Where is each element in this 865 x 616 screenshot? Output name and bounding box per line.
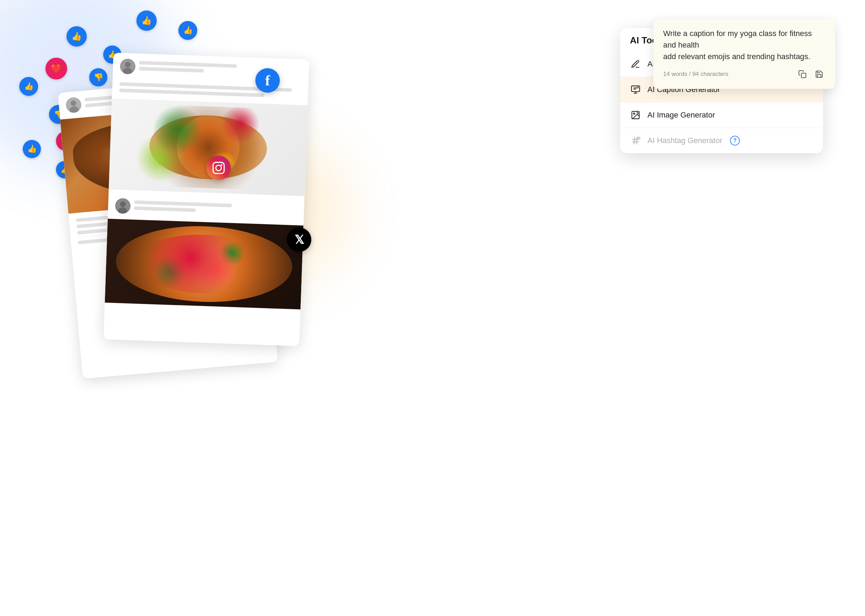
caption-icon xyxy=(630,84,641,95)
reaction-love-1: ❤️ xyxy=(46,58,67,79)
svg-line-22 xyxy=(636,137,637,145)
svg-point-17 xyxy=(633,113,635,115)
hashtag-icon xyxy=(630,135,641,146)
front-2-name xyxy=(134,200,232,207)
social-card-front xyxy=(104,52,309,346)
food-salad-image xyxy=(109,98,308,196)
front-date-line xyxy=(139,67,204,72)
svg-line-21 xyxy=(634,137,634,145)
svg-rect-12 xyxy=(801,73,806,78)
twitter-x-logo: 𝕏 xyxy=(295,233,304,247)
avatar-front-2 xyxy=(115,198,131,214)
caption-meta-row: 14 words / 94 characters xyxy=(663,68,826,80)
front-name-line xyxy=(139,61,237,68)
caption-text: Write a caption for my yoga class for fi… xyxy=(663,28,826,62)
caption-actions xyxy=(796,68,826,80)
save-button[interactable] xyxy=(813,68,826,80)
ai-hashtag-generator-item[interactable]: AI Hashtag Generator ? xyxy=(620,128,823,153)
twitter-x-icon: 𝕏 xyxy=(287,227,311,252)
image-icon xyxy=(630,110,641,121)
svg-point-11 xyxy=(221,164,223,166)
main-scene: 👍 👍 👍 👍 👎 👎 ❤️ ❤️ ❤️ 👍 👍 👍 👍 👍 xyxy=(0,0,865,616)
reaction-like-1: 👍 xyxy=(66,26,87,47)
instagram-svg xyxy=(212,161,225,174)
pen-icon xyxy=(630,58,641,70)
reaction-dislike-1: 👎 xyxy=(89,68,107,86)
caption-word-count: 14 words / 94 characters xyxy=(663,71,728,78)
caption-line2: and health xyxy=(663,41,699,49)
hashtag-generator-label: AI Hashtag Generator xyxy=(647,136,722,145)
avatar-back xyxy=(65,97,82,113)
reaction-like-4: 👍 xyxy=(178,21,197,40)
reaction-like-8: 👍 xyxy=(19,77,38,96)
caption-line3: add relevant emojis and trending hashtag… xyxy=(663,52,810,61)
front-2-date xyxy=(134,206,196,212)
save-icon xyxy=(815,70,823,79)
reaction-like-5: 👍 xyxy=(23,140,41,158)
avatar-front xyxy=(119,58,136,74)
food-pizza-image xyxy=(105,218,304,309)
image-generator-label: AI Image Generator xyxy=(647,110,715,119)
front-2-text-lines xyxy=(134,200,297,218)
reaction-like-3: 👍 xyxy=(137,11,157,31)
ai-image-generator-item[interactable]: AI Image Generator xyxy=(620,102,823,128)
svg-point-13 xyxy=(638,61,639,61)
copy-icon xyxy=(798,70,807,79)
caption-box: Write a caption for my yoga class for fi… xyxy=(653,19,835,89)
facebook-logo: f xyxy=(265,72,270,89)
copy-button[interactable] xyxy=(796,68,808,80)
caption-line1: Write a caption for my yoga class for fi… xyxy=(663,29,812,38)
facebook-icon: f xyxy=(255,68,280,93)
svg-rect-9 xyxy=(213,162,224,173)
help-badge[interactable]: ? xyxy=(730,136,740,146)
svg-point-10 xyxy=(216,165,221,171)
instagram-icon xyxy=(206,156,231,180)
